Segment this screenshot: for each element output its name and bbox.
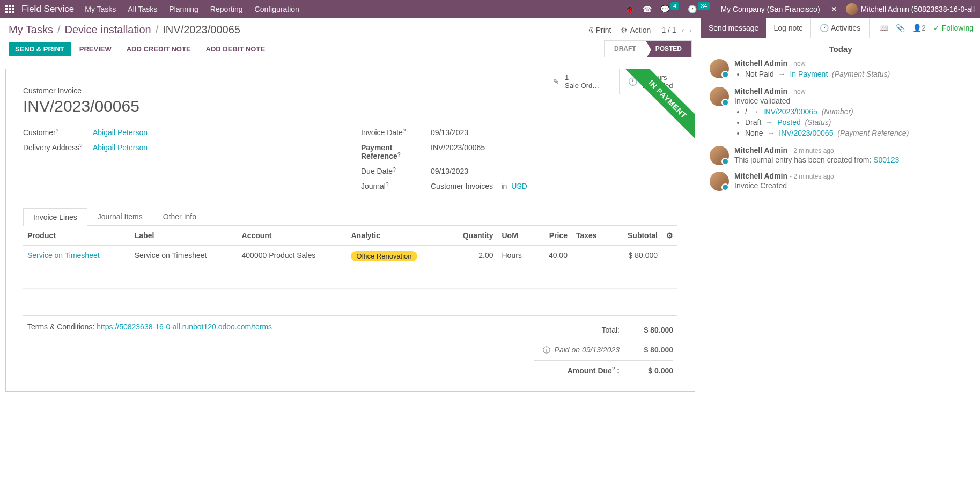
support-icon[interactable]: ☎ [643,5,652,13]
totals: Total: $ 80.000 ⓘ Paid on 09/13/2023 $ 8… [534,322,673,378]
svg-rect-4 [9,8,11,10]
nav-planning[interactable]: Planning [169,5,198,13]
debug-icon[interactable]: 🐞 [625,5,634,13]
attach-icon[interactable]: 📎 [896,24,905,32]
svg-rect-0 [5,5,8,7]
nav-my-tasks[interactable]: My Tasks [85,5,116,13]
user-menu[interactable]: Mitchell Admin (50823638-16-0-all [846,3,975,15]
avatar-icon[interactable] [710,59,729,78]
action-button[interactable]: ⚙Action [621,26,651,34]
pager-next-icon[interactable]: › [689,26,692,34]
th-subtotal: Subtotal [610,226,662,246]
terms-link[interactable]: https://50823638-16-0-all.runbot120.odoo… [97,322,272,331]
message: Mitchell Admin - 2 minutes ago Invoice C… [710,172,971,191]
analytic-tag[interactable]: Office Renovation [351,251,417,261]
msg-author[interactable]: Mitchell Admin [734,87,787,95]
stat-hours-num: 2 Hours [643,73,673,82]
paid-label: Paid on 09/13/2023 [555,345,620,354]
nav-configuration[interactable]: Configuration [255,5,299,13]
nav-reporting[interactable]: Reporting [210,5,243,13]
pager-prev-icon[interactable]: ‹ [682,26,684,34]
send-print-button[interactable]: SEND & PRINT [9,42,71,56]
cell-uom: Hours [497,246,535,267]
breadcrumb-my-tasks[interactable]: My Tasks [9,24,53,36]
svg-rect-3 [5,8,8,10]
customer-value[interactable]: Abigail Peterson [93,128,148,137]
log-note-button[interactable]: Log note [766,18,810,38]
control-bar: My Tasks / Device installation / INV/202… [0,18,701,40]
tools-icon[interactable]: ✕ [831,5,837,13]
th-taxes: Taxes [572,226,611,246]
stat-hours[interactable]: 🕐 2 HoursRecorded [620,69,695,94]
currency-link[interactable]: USD [511,182,527,190]
gear-icon: ⚙ [621,26,628,34]
tab-invoice-lines[interactable]: Invoice Lines [23,208,87,226]
breadcrumb-device[interactable]: Device installation [65,24,151,36]
avatar-icon[interactable] [710,87,729,106]
table-row[interactable]: Service on Timesheet Service on Timeshee… [23,246,677,267]
send-message-button[interactable]: Send message [701,18,766,38]
clock-icon: 🕐 [820,24,829,32]
stat-buttons: ✎ 1Sale Ord… 🕐 2 HoursRecorded [544,69,695,94]
invoice-date-value: 09/13/2023 [431,128,677,137]
empty-row [23,267,677,289]
activities-icon[interactable]: 🕐34 [688,5,710,13]
tracking-new: In Payment [790,70,828,78]
msg-author[interactable]: Mitchell Admin [734,172,787,180]
due-date-value: 09/13/2023 [431,167,677,175]
msg-author[interactable]: Mitchell Admin [734,146,787,154]
cell-label: Service on Timesheet [130,246,238,267]
action-row: SEND & PRINT PREVIEW ADD CREDIT NOTE ADD… [0,40,701,62]
tracking-old: Not Paid [745,70,774,78]
arrow-icon: → [765,118,773,127]
followers-icon[interactable]: 👤2 [912,24,926,32]
status-draft[interactable]: DRAFT [605,41,646,57]
table-header-row: Product Label Account Analytic Quantity … [23,226,677,246]
avatar-icon[interactable] [710,172,729,191]
add-credit-note-button[interactable]: ADD CREDIT NOTE [120,42,197,56]
user-name: Mitchell Admin (50823638-16-0-all [861,5,975,13]
book-icon[interactable]: 📖 [879,24,888,32]
pager-text: 1 / 1 [661,26,676,34]
stat-sale-order[interactable]: ✎ 1Sale Ord… [544,69,620,94]
status-posted[interactable]: POSTED [646,41,691,57]
pager: 1 / 1 ‹ › [661,26,692,34]
apps-icon[interactable] [5,4,15,14]
msg-text: This journal entry has been created from… [734,156,873,164]
doc-title: INV/2023/00065 [23,97,139,115]
followers-count: 2 [922,24,926,32]
msg-time: - 2 minutes ago [790,173,834,180]
delivery-label: Delivery Address? [23,143,93,152]
following-button[interactable]: ✓Following [933,24,974,32]
arrow-icon: → [778,70,786,78]
tab-other-info[interactable]: Other Info [153,208,207,225]
check-icon: ✓ [933,24,940,32]
company-selector[interactable]: My Company (San Francisco) [720,5,820,13]
breadcrumb-separator: / [57,24,61,36]
print-button[interactable]: 🖨Print [586,26,611,34]
activities-button[interactable]: 🕐Activities [810,18,870,38]
messages-icon[interactable]: 💬4 [660,5,679,13]
tracking-new: INV/2023/00065 [763,107,817,116]
th-settings[interactable]: ⚙ [662,226,677,246]
preview-button[interactable]: PREVIEW [73,42,118,56]
tab-journal-items[interactable]: Journal Items [87,208,153,225]
delivery-value[interactable]: Abigail Peterson [93,143,148,152]
payment-ref-value: INV/2023/00065 [431,143,677,152]
svg-rect-5 [12,8,14,10]
info-icon[interactable]: ⓘ [543,345,550,354]
activities-badge: 34 [698,2,710,10]
cell-product[interactable]: Service on Timesheet [27,251,100,260]
due-date-label: Due Date? [361,167,431,175]
form-sheet: ✎ 1Sale Ord… 🕐 2 HoursRecorded IN PAYMEN… [5,69,695,392]
msg-author[interactable]: Mitchell Admin [734,59,787,68]
print-label: Print [596,26,611,34]
nav-all-tasks[interactable]: All Tasks [128,5,157,13]
journal-link[interactable]: S00123 [873,156,899,164]
brand[interactable]: Field Service [21,4,74,14]
chatter-date: Today [710,45,971,54]
amount-due-value: $ 0.000 [630,366,673,375]
add-debit-note-button[interactable]: ADD DEBIT NOTE [200,42,272,56]
avatar-icon[interactable] [710,146,729,165]
customer-label: Customer? [23,128,93,137]
